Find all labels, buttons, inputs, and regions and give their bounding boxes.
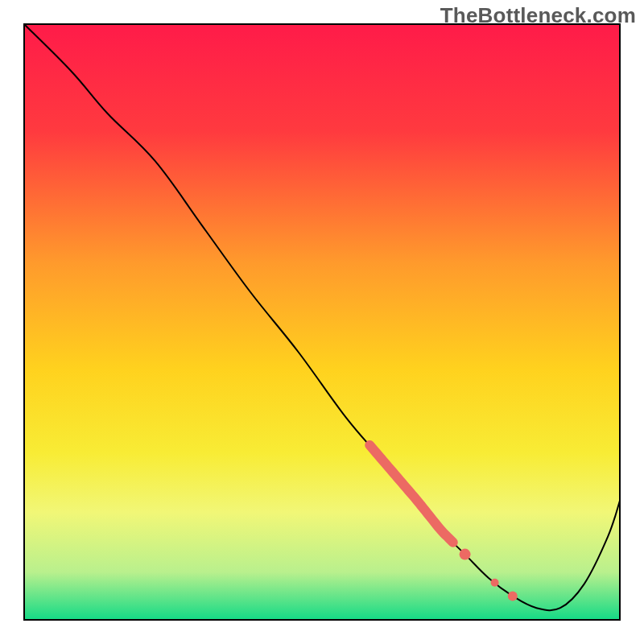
chart-background — [0, 0, 644, 644]
watermark-text: TheBottleneck.com — [440, 3, 636, 28]
chart-canvas: TheBottleneck.com — [0, 0, 644, 644]
plot-area — [24, 24, 620, 620]
